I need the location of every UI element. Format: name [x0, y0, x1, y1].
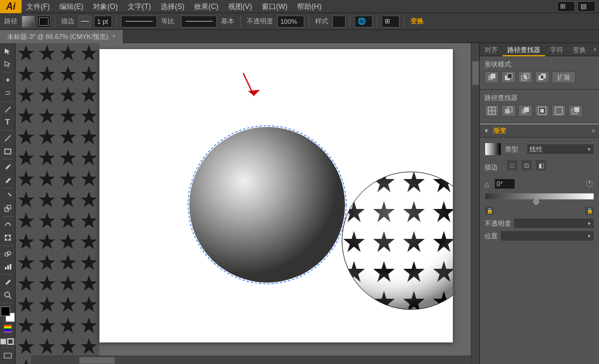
color-swatches	[1, 307, 15, 322]
tab-char[interactable]: 字符	[545, 43, 568, 56]
style-label: 样式	[313, 17, 330, 26]
stroke-icon2[interactable]: ⊡	[521, 159, 533, 171]
tab-close-btn[interactable]: ×	[112, 30, 116, 43]
stroke-icon1[interactable]: □	[506, 159, 518, 171]
svg-point-15	[5, 292, 10, 297]
menu-edit[interactable]: 编辑(E)	[55, 0, 88, 13]
minus-back-btn[interactable]	[568, 105, 583, 117]
menu-effect[interactable]: 效果(C)	[189, 0, 223, 13]
shape-builder-tool[interactable]	[1, 248, 14, 260]
menu-select[interactable]: 选择(S)	[156, 0, 189, 13]
tool-sep-4	[2, 159, 13, 159]
tool-sep-6	[2, 216, 13, 217]
exclude-btn[interactable]	[535, 71, 549, 83]
tab-transform[interactable]: 变换	[568, 43, 591, 56]
transform-label: 变换	[409, 17, 425, 26]
sep2	[116, 16, 117, 28]
stroke-line2-label: 基本	[219, 17, 236, 26]
toolbar-extra-btn2[interactable]: ▤	[577, 1, 595, 12]
gradient-bar[interactable]	[485, 193, 594, 200]
svg-rect-47	[541, 75, 543, 78]
tool-sep-5	[2, 187, 13, 188]
type-dropdown[interactable]: 线性	[527, 144, 594, 154]
rotate-tool[interactable]	[1, 190, 14, 202]
right-panel: 对齐 路径查找器 字符 变换 » 形状模式:	[479, 43, 599, 364]
gradient-panel: ▼ 渐变 ≡ 类型 线性 描边 □ ⊡	[480, 123, 599, 364]
pathfinder-label: 路径查找器	[485, 93, 594, 102]
fill-mode-box[interactable]	[0, 338, 7, 345]
gradient-menu-icon[interactable]: ≡	[592, 128, 595, 134]
opacity-input[interactable]: 100%	[277, 16, 304, 28]
svg-marker-28	[248, 90, 260, 96]
panel-expand-btn[interactable]: »	[591, 46, 599, 53]
lasso-tool[interactable]: ⊃	[1, 87, 14, 99]
pencil-tool[interactable]	[1, 174, 14, 186]
menu-help[interactable]: 帮助(H)	[292, 0, 326, 13]
stroke-icon3[interactable]: ◧	[535, 159, 547, 171]
eyedropper-tool[interactable]	[1, 277, 14, 289]
stroke-line2[interactable]	[181, 16, 217, 28]
selection-tool[interactable]	[1, 46, 14, 57]
scale-tool[interactable]	[1, 202, 14, 214]
position-dropdown[interactable]	[500, 230, 594, 241]
menu-window[interactable]: 窗口(W)	[257, 0, 292, 13]
screen-mode-btn[interactable]	[1, 350, 14, 362]
toolbar-extra-btn1[interactable]: ⊞	[557, 1, 575, 12]
rect-tool[interactable]	[1, 145, 14, 157]
graph-tool[interactable]	[1, 260, 14, 272]
pen-tool[interactable]	[1, 103, 14, 115]
merge-btn[interactable]	[518, 105, 533, 117]
tab-align[interactable]: 对齐	[480, 43, 503, 56]
fg-color-swatch[interactable]	[1, 307, 10, 316]
lock-right-btn[interactable]: 🔒	[585, 206, 594, 216]
menu-text[interactable]: 文字(T)	[123, 0, 156, 13]
stroke-line1[interactable]	[121, 16, 157, 28]
tool-sep-9	[2, 303, 13, 304]
outline-btn[interactable]	[552, 105, 566, 117]
minus-front-btn[interactable]	[501, 71, 516, 83]
stroke-swatch[interactable]	[37, 16, 50, 28]
vertical-scrollbar[interactable]	[471, 43, 479, 364]
sep4	[308, 16, 309, 28]
warp-tool[interactable]	[1, 219, 14, 230]
opacity-dropdown[interactable]	[513, 218, 594, 229]
globe-btn[interactable]: 🌐	[355, 16, 373, 28]
gradient-collapse-icon[interactable]: ▼	[483, 128, 489, 134]
horizontal-scrollbar[interactable]	[31, 356, 471, 364]
direct-select-tool[interactable]	[1, 58, 14, 70]
canvas-area[interactable]	[16, 43, 479, 364]
unite-btn[interactable]	[485, 71, 499, 83]
shape-modes-section: 形状模式: 扩展	[480, 56, 599, 90]
style-swatch[interactable]	[332, 16, 346, 28]
stroke-mode-box[interactable]	[7, 338, 14, 345]
fill-swatch[interactable]	[22, 16, 35, 28]
magic-wand-tool[interactable]: ✦	[1, 74, 14, 86]
stroke-size[interactable]: 1 pt	[94, 16, 112, 28]
gradient-preview-swatch[interactable]	[485, 142, 501, 156]
arrange-btn[interactable]: ⊞	[382, 16, 400, 28]
paintbrush-tool[interactable]	[1, 161, 14, 173]
crop-btn[interactable]	[535, 105, 549, 117]
svg-rect-56	[540, 109, 544, 113]
line-tool[interactable]	[1, 132, 14, 144]
zoom-tool[interactable]	[1, 289, 14, 301]
trim-btn[interactable]	[501, 105, 516, 117]
angle-input[interactable]: 0°	[494, 178, 515, 189]
svg-rect-6	[5, 235, 7, 236]
tab-bar: 未标题-3* @ 66.67% (CMYK/预览) ×	[0, 30, 599, 43]
menu-file[interactable]: 文件(F)	[22, 0, 55, 13]
sep6	[377, 16, 377, 28]
expand-btn[interactable]: 扩展	[552, 71, 576, 83]
tab-pathfinder[interactable]: 路径查找器	[503, 43, 545, 56]
menu-object[interactable]: 对象(O)	[88, 0, 122, 13]
free-transform-tool[interactable]	[1, 232, 14, 244]
tool-sep-10	[2, 347, 13, 348]
intersect-btn[interactable]	[518, 71, 533, 83]
angle-cycle-btn[interactable]	[585, 179, 594, 189]
menu-view[interactable]: 视图(V)	[223, 0, 257, 13]
color-mode-btn[interactable]	[4, 324, 12, 333]
document-tab[interactable]: 未标题-3* @ 66.67% (CMYK/预览) ×	[0, 30, 123, 43]
type-tool[interactable]: T	[1, 116, 14, 128]
lock-left-btn[interactable]: 🔒	[485, 206, 494, 216]
divide-btn[interactable]	[485, 105, 499, 117]
